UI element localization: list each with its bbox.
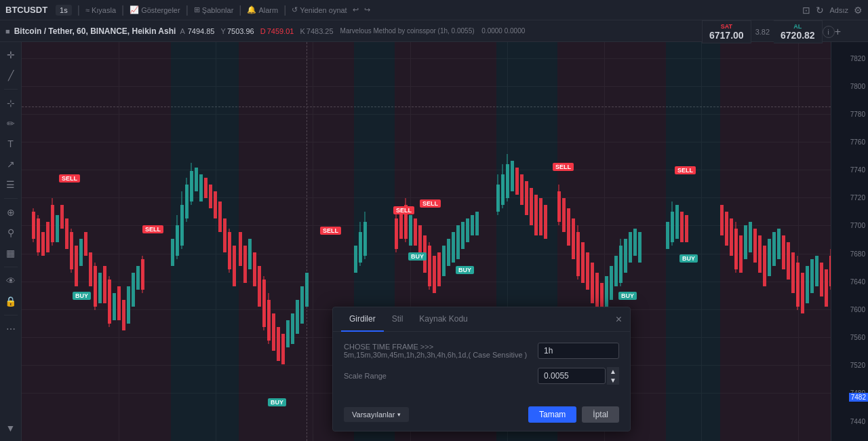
scale-range-input[interactable] (538, 368, 606, 384)
price-label-3: 7780 (850, 110, 865, 117)
svg-rect-61 (281, 334, 285, 364)
alarm-button[interactable]: 🔔 Alarm (247, 5, 278, 14)
svg-rect-59 (272, 313, 275, 351)
svg-rect-50 (239, 232, 242, 266)
spinner-up-button[interactable]: ▲ (607, 367, 619, 376)
separator-5: | (283, 4, 286, 16)
svg-rect-23 (113, 293, 116, 320)
svg-rect-99 (511, 161, 514, 191)
replay-button[interactable]: ↺ Yeniden oynat (292, 5, 347, 14)
svg-rect-40 (195, 168, 198, 191)
svg-rect-74 (399, 212, 403, 239)
magnet-tool[interactable]: ⚲ (2, 224, 20, 242)
svg-rect-139 (739, 235, 743, 273)
svg-rect-115 (586, 252, 589, 290)
svg-rect-63 (291, 313, 294, 344)
a-value: 7494.85 (188, 27, 215, 35)
spinner-down-button[interactable]: ▼ (607, 376, 619, 385)
separator-2: | (121, 4, 124, 16)
svg-rect-8 (56, 215, 59, 242)
svg-rect-121 (614, 256, 618, 286)
plus-button[interactable]: + (835, 26, 841, 38)
fib-tool[interactable]: ⊹ (2, 94, 20, 112)
compare-button[interactable]: ≈ Kıyasla (85, 6, 116, 14)
svg-rect-148 (782, 235, 785, 269)
lock-tool[interactable]: 🔒 (2, 292, 20, 310)
tab-kaynak-kodu[interactable]: Kaynak Kodu (411, 307, 475, 332)
fullscreen-button[interactable]: ⊡ (802, 5, 810, 16)
measure-tool[interactable]: ☰ (2, 176, 20, 193)
svg-rect-153 (801, 273, 804, 313)
undo-button[interactable]: ↩ (353, 5, 359, 14)
price-label-1: 7820 (850, 54, 865, 62)
cancel-button[interactable]: İptal (582, 406, 619, 423)
sync-button[interactable]: ↻ (816, 5, 824, 16)
spinner-buttons: ▲ ▼ (607, 367, 619, 385)
scale-range-label: Scale Range (344, 372, 538, 380)
d-value: 7459.01 (267, 27, 294, 35)
svg-rect-134 (720, 205, 724, 235)
svg-rect-140 (744, 225, 747, 259)
tab-stil[interactable]: Stil (384, 307, 412, 332)
svg-rect-131 (675, 205, 679, 239)
account-button[interactable]: Adsız (829, 6, 848, 14)
svg-rect-105 (539, 198, 542, 235)
svg-rect-125 (629, 232, 632, 263)
svg-rect-157 (820, 263, 823, 296)
svg-rect-10 (65, 218, 68, 249)
timeframe-input[interactable] (538, 343, 619, 359)
svg-rect-26 (127, 286, 130, 324)
templates-button[interactable]: ⊞ Şablonlar (194, 5, 233, 14)
compare-icon: ≈ (85, 6, 90, 14)
right-price-axis: 7820 7800 7780 7760 7740 7720 7700 7680 … (831, 42, 868, 441)
sell-signal-5: SELL (420, 199, 441, 208)
ok-button[interactable]: Tamam (528, 406, 576, 423)
sell-signal-6: SELL (553, 163, 574, 171)
redo-button[interactable]: ↪ (364, 5, 370, 14)
tab-girdiler[interactable]: Girdiler (341, 307, 384, 332)
svg-rect-116 (591, 263, 594, 303)
defaults-button[interactable]: Varsayılanlar ▾ (344, 407, 409, 422)
zoom-tool[interactable]: ⊕ (2, 204, 20, 221)
svg-rect-28 (136, 266, 140, 290)
info-button[interactable]: i (823, 26, 835, 38)
svg-rect-77 (409, 215, 412, 246)
text-tool[interactable]: T (2, 135, 20, 153)
alarm-icon: 🔔 (247, 5, 256, 14)
separator-4: | (239, 4, 241, 16)
svg-rect-16 (89, 252, 92, 286)
buy-signal-3: BUY (456, 266, 474, 274)
ratio-value: 3.82 (751, 28, 774, 36)
svg-rect-147 (777, 229, 781, 259)
sell-signal-2: SELL (142, 225, 163, 233)
svg-rect-103 (530, 188, 533, 225)
interval-button[interactable]: 1s (56, 5, 72, 16)
separator-3: | (186, 4, 189, 16)
svg-rect-88 (456, 225, 460, 259)
settings-button[interactable]: ⚙ (854, 5, 863, 16)
chart-icon: 📈 (130, 5, 139, 14)
more-tools[interactable]: ⋯ (2, 320, 20, 338)
top-bar: BTCUSDT 1s | ≈ Kıyasla | 📈 Göstergeler |… (0, 0, 868, 20)
topbar-right: ⊡ ↻ Adsız ⚙ (802, 5, 863, 16)
brush-tool[interactable]: ✏ (2, 115, 20, 132)
svg-rect-19 (98, 273, 102, 303)
al-price: 6720.82 (781, 30, 815, 41)
indicators-button[interactable]: 📈 Göstergeler (130, 5, 180, 14)
sell-signal-7: SELL (675, 166, 696, 174)
svg-rect-85 (442, 246, 446, 276)
svg-rect-67 (354, 246, 357, 273)
down-arrow-tool[interactable]: ▼ (2, 419, 20, 437)
svg-rect-25 (122, 300, 125, 330)
line-tool[interactable]: ╱ (2, 66, 20, 84)
svg-rect-146 (772, 232, 776, 266)
dialog-close-button[interactable]: × (616, 313, 622, 326)
svg-rect-127 (638, 232, 642, 263)
arrow-tool[interactable]: ↗ (2, 155, 20, 173)
pattern-tool[interactable]: ▦ (2, 244, 20, 262)
eye-tool[interactable]: 👁 (2, 272, 20, 290)
svg-rect-5 (46, 222, 50, 252)
crosshair-tool[interactable]: ✛ (2, 46, 20, 64)
sell-signal-3: SELL (320, 227, 341, 235)
svg-rect-156 (815, 256, 818, 286)
